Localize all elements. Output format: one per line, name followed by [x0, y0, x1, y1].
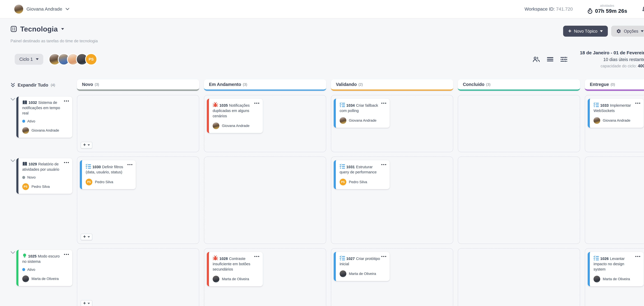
topic-lane: 1029Relatório de atividades por usuário … [10, 157, 72, 244]
member-avatar[interactable]: PS [85, 53, 97, 65]
kanban-cell-em-andamento: 1035Notificações duplicadas em alguns ce… [204, 95, 326, 152]
avatar [14, 5, 23, 14]
cycle-date-range: 18 de Janeiro - 01 de Fevereiro [580, 51, 644, 55]
chevron-down-icon [88, 303, 90, 304]
card-menu-button[interactable] [635, 256, 640, 257]
checklist-icon [340, 164, 345, 169]
cycle-label: Ciclo 1 [19, 57, 33, 62]
card-title: Sistema de notificações em tempo real [22, 100, 60, 115]
card-menu-button[interactable] [635, 103, 640, 104]
board-icon [10, 26, 17, 32]
card-menu-button[interactable] [128, 164, 132, 165]
cycle-dates: 18 de Janeiro - 01 de Fevereiro 10 dias … [580, 51, 644, 68]
capacity-value: 400h [638, 63, 644, 68]
avatar [22, 127, 29, 134]
add-card-button[interactable]: + [81, 300, 92, 306]
bug-icon [213, 102, 218, 107]
avatar [340, 117, 346, 124]
status-badge: Novo [22, 175, 68, 180]
card-menu-button[interactable] [381, 256, 386, 257]
checklist-icon [594, 255, 599, 261]
avatar: PS [86, 179, 92, 185]
status-label: Novo [27, 175, 36, 180]
add-card-button[interactable]: + [81, 142, 92, 148]
column-count: (3) [243, 82, 247, 87]
task-card[interactable]: 1028Contraste insuficiente em botões sec… [207, 252, 263, 286]
filters-button[interactable] [560, 56, 567, 62]
people-icon [533, 56, 540, 62]
kanban-cell-concluido [458, 157, 580, 244]
collapse-chevron-icon[interactable] [10, 98, 15, 101]
card-id: 1026 [600, 256, 608, 261]
member-avatars: PS [49, 53, 97, 65]
card-id: 1027 [346, 256, 355, 261]
kanban-board: Expandir Tudo (4) Novo (3) Em Andamento … [0, 79, 644, 306]
collapse-chevron-icon[interactable] [10, 251, 15, 254]
card-menu-button[interactable] [254, 256, 259, 257]
task-card[interactable]: 1031Estruturar query de performance PS P… [334, 160, 390, 189]
task-card[interactable]: 1030Definir filtros (data, usuário, stat… [80, 160, 136, 189]
card-menu-button[interactable] [64, 100, 69, 102]
new-topic-button[interactable]: + Novo Tópico [563, 26, 608, 37]
topic-card[interactable]: 1032Sistema de notificações em tempo rea… [16, 97, 72, 138]
activity-timer[interactable]: atividades 07h 59m 26s [587, 4, 627, 14]
user-menu[interactable]: Giovana Andrade [14, 5, 70, 14]
add-card-button[interactable]: + [81, 234, 92, 240]
kanban-cell-entregue [585, 157, 644, 244]
assignee-name: Pedro Silva [32, 185, 50, 189]
card-id: 1030 [92, 165, 101, 169]
checklist-icon [340, 102, 345, 107]
task-card[interactable]: 1033Implementar WebSockets Giovana Andra… [588, 99, 644, 128]
stopwatch-icon [587, 8, 593, 14]
card-menu-button[interactable] [64, 162, 69, 163]
status-badge: Ativo [22, 267, 68, 272]
board-title-dropdown[interactable]: Tecnologia [10, 25, 64, 33]
new-topic-label: Novo Tópico [574, 29, 598, 34]
menu-lines-icon [547, 57, 553, 62]
chevron-down-icon [88, 236, 90, 238]
task-card[interactable]: 1035Notificações duplicadas em alguns ce… [207, 99, 263, 133]
checklist-icon [86, 164, 91, 169]
assignee-name: Giovana Andrade [222, 124, 250, 128]
card-id: 1033 [600, 103, 608, 107]
task-card[interactable]: 1027Criar protótipo inicial Marta de Oli… [334, 252, 390, 281]
card-id: 1025 [28, 254, 36, 258]
column-label: Validando [336, 82, 357, 87]
chevron-down-icon [88, 144, 90, 146]
expand-all-label: Expandir Tudo [18, 83, 48, 88]
workspace-id: Workspace ID: 741.720 [524, 7, 573, 12]
avatar: PS [340, 179, 346, 185]
card-menu-button[interactable] [254, 103, 259, 104]
list-view-button[interactable] [547, 57, 553, 62]
kanban-cell-novo: + [77, 95, 199, 152]
book-icon [22, 162, 27, 166]
card-menu-button[interactable] [381, 103, 386, 104]
topic-lane: 1032Sistema de notificações em tempo rea… [10, 95, 72, 152]
plus-icon: + [83, 301, 86, 305]
members-filter-button[interactable] [533, 56, 540, 62]
card-menu-button[interactable] [381, 164, 386, 165]
options-button[interactable]: Opções [611, 26, 644, 37]
cycle-selector[interactable]: Ciclo 1 [15, 54, 43, 65]
assignee-name: Giovana Andrade [349, 118, 376, 122]
card-menu-button[interactable] [64, 254, 69, 255]
topbar: Giovana Andrade Workspace ID: 741.720 at… [0, 0, 644, 19]
options-label: Opções [624, 29, 638, 34]
notifications-bell-button[interactable] [642, 6, 644, 12]
task-card[interactable]: 1026Levantar impacto no design system Ma… [588, 252, 644, 286]
topic-card[interactable]: 1025Modo escuro no sistema Ativo Marta d… [16, 250, 72, 286]
kanban-cell-validando: 1027Criar protótipo inicial Marta de Oli… [331, 248, 453, 306]
status-label: Ativo [27, 119, 35, 123]
expand-all-button[interactable]: Expandir Tudo (4) [10, 79, 72, 91]
task-card[interactable]: 1034Criar fallback com polling Giovana A… [334, 99, 390, 128]
book-icon [22, 100, 27, 105]
lightbulb-icon [22, 253, 27, 258]
bug-icon [213, 255, 218, 261]
collapse-chevron-icon[interactable] [10, 159, 15, 162]
topic-card[interactable]: 1029Relatório de atividades por usuário … [16, 158, 72, 194]
status-label: Ativo [27, 267, 35, 272]
chevron-down-icon [36, 58, 39, 60]
cycle-days-remaining: 10 dias úteis restantes [580, 57, 644, 62]
avatar [213, 276, 219, 282]
column-count: (3) [486, 82, 490, 87]
